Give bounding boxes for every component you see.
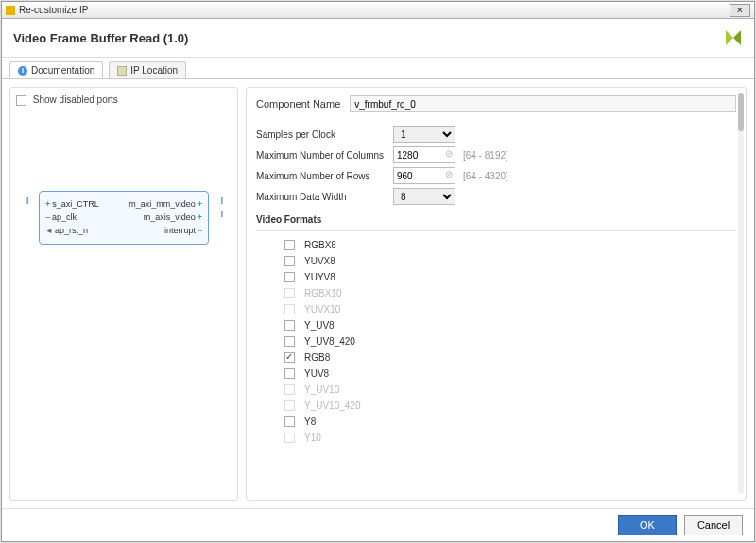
show-disabled-ports-label: Show disabled ports: [33, 94, 118, 105]
plus-icon: +: [198, 199, 202, 209]
max-cols-label: Maximum Number of Columns: [256, 150, 393, 161]
format-checkbox[interactable]: [284, 240, 295, 250]
format-yuyv8[interactable]: YUYV8: [256, 269, 736, 285]
samples-per-clock-label: Samples per Clock: [256, 129, 393, 140]
component-name-input[interactable]: [350, 95, 736, 112]
max-rows-hint: [64 - 4320]: [463, 171, 508, 181]
format-rgb8[interactable]: RGB8: [256, 349, 736, 365]
format-label: RGBX8: [304, 240, 336, 250]
format-label: RGB8: [304, 352, 330, 363]
port-m-axi-mm-video: m_axi_mm_video: [129, 199, 196, 209]
info-icon: i: [18, 66, 27, 76]
titlebar: Re-customize IP ✕: [2, 2, 754, 19]
format-checkbox[interactable]: [284, 352, 295, 363]
tab-documentation[interactable]: i Documentation: [9, 61, 103, 78]
footer: OK Cancel: [2, 508, 754, 541]
format-y_uv8_420[interactable]: Y_UV8_420: [256, 333, 736, 349]
scrollbar-thumb[interactable]: [738, 93, 744, 131]
port-s-axi-ctrl: s_axi_CTRL: [52, 199, 99, 209]
video-formats-label: Video Formats: [256, 214, 736, 225]
format-label: Y_UV8_420: [304, 336, 355, 347]
plus-icon: +: [198, 212, 202, 222]
format-checkbox: [284, 288, 295, 298]
max-cols-hint: [64 - 8192]: [463, 150, 508, 161]
window-title: Re-customize IP: [19, 5, 88, 15]
format-rgbx8[interactable]: RGBX8: [256, 237, 736, 253]
folder-icon: [117, 66, 127, 76]
tab-ip-location[interactable]: IP Location: [109, 61, 186, 78]
port-ap-rst-n: ap_rst_n: [55, 226, 88, 235]
format-label: Y_UV8: [304, 320, 335, 331]
format-checkbox[interactable]: [284, 272, 295, 282]
cancel-button[interactable]: Cancel: [684, 515, 743, 535]
config-panel: Component Name Samples per Clock 1 Maxim…: [246, 87, 747, 501]
ip-title: Video Frame Buffer Read (1.0): [13, 31, 188, 45]
format-y_uv8[interactable]: Y_UV8: [256, 317, 736, 333]
format-label: RGBX10: [304, 288, 341, 298]
format-label: YUVX8: [304, 256, 335, 266]
format-yuvx8[interactable]: YUVX8: [256, 253, 736, 269]
format-label: Y_UV10: [304, 384, 339, 395]
max-data-width-select[interactable]: 8: [393, 188, 455, 205]
format-checkbox: [284, 400, 295, 411]
format-checkbox[interactable]: [284, 416, 295, 427]
samples-per-clock-select[interactable]: 1: [393, 126, 455, 143]
format-checkbox[interactable]: [284, 336, 295, 347]
format-y_uv10_420: Y_UV10_420: [256, 398, 736, 414]
format-checkbox[interactable]: [284, 368, 295, 379]
max-rows-label: Maximum Number of Rows: [256, 171, 393, 181]
header: Video Frame Buffer Read (1.0): [2, 19, 754, 58]
show-disabled-ports[interactable]: Show disabled ports: [16, 94, 118, 105]
symbol-panel: Show disabled ports |||| |||| |||| +s_ax…: [9, 87, 238, 501]
format-label: YUYV8: [304, 272, 335, 282]
vendor-logo-icon: [724, 28, 743, 47]
format-y_uv10: Y_UV10: [256, 382, 736, 398]
format-y10: Y10: [256, 430, 736, 446]
format-checkbox: [284, 433, 295, 443]
dash-icon: –: [45, 212, 50, 222]
ip-block: |||| |||| |||| +s_axi_CTRL m_axi_mm_vide…: [39, 191, 209, 245]
divider: [256, 230, 736, 231]
port-m-axis-video: m_axis_video: [144, 212, 196, 222]
triangle-icon: ◄: [45, 227, 53, 235]
format-checkbox[interactable]: [284, 320, 295, 331]
dash-icon: –: [198, 226, 202, 235]
format-label: YUV8: [304, 368, 329, 379]
port-interrupt: interrupt: [164, 226, 196, 235]
format-y8[interactable]: Y8: [256, 414, 736, 430]
format-label: Y8: [304, 416, 316, 427]
tab-ip-location-label: IP Location: [130, 65, 178, 76]
tab-bar: i Documentation IP Location: [2, 58, 754, 79]
show-disabled-ports-checkbox[interactable]: [16, 95, 26, 106]
video-formats-list: RGBX8YUVX8YUYV8RGBX10YUVX10Y_UV8Y_UV8_42…: [256, 237, 736, 446]
format-label: Y10: [304, 433, 321, 443]
body: Show disabled ports |||| |||| |||| +s_ax…: [2, 79, 754, 508]
ok-button[interactable]: OK: [618, 515, 677, 535]
port-ap-clk: ap_clk: [52, 212, 77, 222]
clear-icon[interactable]: ⊘: [445, 148, 453, 159]
format-label: YUVX10: [304, 304, 340, 314]
close-icon[interactable]: ✕: [730, 4, 750, 17]
format-checkbox[interactable]: [284, 256, 295, 266]
format-yuvx10: YUVX10: [256, 301, 736, 317]
clear-icon[interactable]: ⊘: [445, 169, 453, 179]
app-icon: [6, 6, 15, 15]
recustomize-ip-window: Re-customize IP ✕ Video Frame Buffer Rea…: [1, 1, 755, 542]
scrollbar[interactable]: [738, 93, 744, 494]
component-name-label: Component Name: [256, 98, 340, 110]
format-rgbx10: RGBX10: [256, 285, 736, 301]
format-label: Y_UV10_420: [304, 400, 361, 411]
format-checkbox: [284, 384, 295, 395]
format-checkbox: [284, 304, 295, 314]
format-yuv8[interactable]: YUV8: [256, 365, 736, 382]
plus-icon: +: [45, 199, 50, 209]
tab-documentation-label: Documentation: [31, 65, 94, 76]
ip-block-body: |||| |||| |||| +s_axi_CTRL m_axi_mm_vide…: [39, 191, 209, 245]
max-data-width-label: Maximum Data Width: [256, 192, 393, 202]
